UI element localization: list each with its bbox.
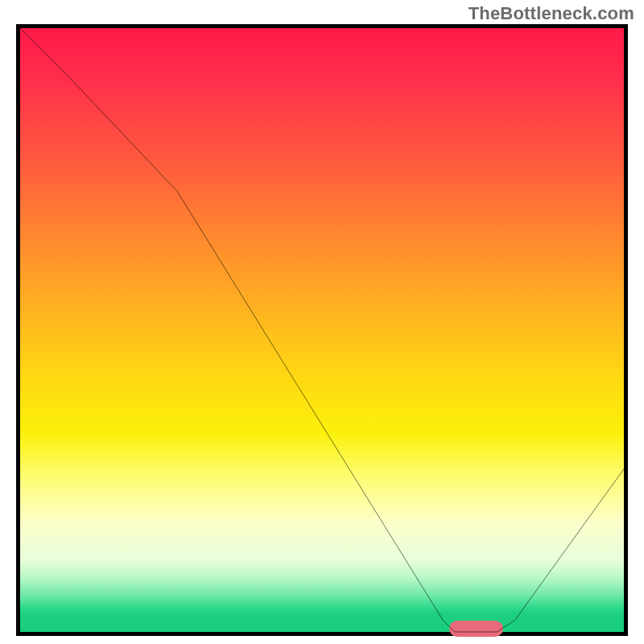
chart-frame [16, 24, 628, 636]
chart-stage: TheBottleneck.com [0, 0, 644, 644]
bottleneck-curve [20, 28, 624, 632]
watermark-label: TheBottleneck.com [469, 3, 634, 24]
